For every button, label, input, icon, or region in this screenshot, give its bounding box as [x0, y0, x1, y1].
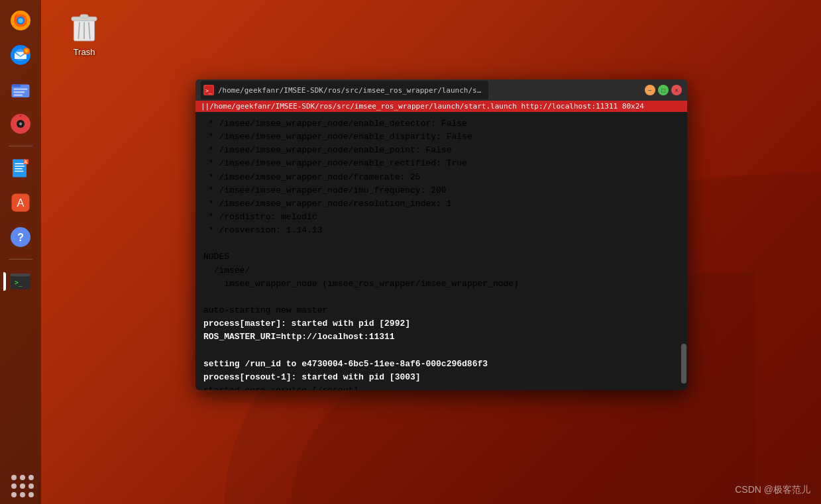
- svg-rect-11: [14, 95, 23, 96]
- terminal-scroll-area[interactable]: * /imsee/imsee_wrapper_node/enable_detec…: [195, 112, 687, 390]
- rhythmbox-icon: [9, 112, 32, 136]
- terminal-scrollbar-thumb: [681, 344, 686, 383]
- terminal-output: * /imsee/imsee_wrapper_node/enable_detec…: [203, 117, 673, 390]
- watermark: CSDN @极客范儿: [735, 484, 810, 496]
- svg-text:>_: >_: [15, 279, 23, 287]
- firefox-icon: [9, 9, 32, 32]
- taskbar-firefox[interactable]: [5, 5, 36, 36]
- taskbar-thunderbird[interactable]: [5, 40, 36, 70]
- files-icon: [9, 77, 32, 101]
- terminal-subtitle: ||/home/geekfanr/IMSEE-SDK/ros/src/imsee…: [195, 101, 687, 112]
- grid-dot: [28, 483, 34, 489]
- tab-terminal-icon: >_: [205, 86, 213, 94]
- taskbar-files[interactable]: [5, 74, 36, 105]
- taskbar-libreoffice[interactable]: A: [5, 153, 36, 183]
- grid-dot: [20, 483, 25, 489]
- thunderbird-icon: [9, 43, 32, 67]
- libreoffice-icon: A: [9, 156, 32, 180]
- svg-point-15: [20, 115, 22, 117]
- watermark-text: CSDN @极客范儿: [735, 484, 810, 495]
- terminal-tab[interactable]: >_ /home/geekfanr/IMSEE-SDK/ros/src/imse…: [201, 81, 488, 99]
- taskbar-terminal[interactable]: >_: [5, 266, 36, 297]
- taskbar-help[interactable]: ?: [5, 222, 36, 252]
- grid-dot: [20, 492, 25, 497]
- terminal-titlebar: >_ /home/geekfanr/IMSEE-SDK/ros/src/imse…: [195, 79, 687, 101]
- grid-dot: [28, 492, 34, 497]
- taskbar-rhythmbox[interactable]: [5, 109, 36, 139]
- terminal-icon: >_: [9, 270, 32, 293]
- close-button[interactable]: ×: [671, 85, 682, 95]
- trash-icon[interactable]: Trash: [64, 7, 104, 60]
- terminal-subtitle-text: ||/home/geekfanr/IMSEE-SDK/ros/src/imsee…: [201, 102, 644, 111]
- svg-rect-18: [15, 166, 25, 167]
- taskbar: A A ? >_: [0, 0, 41, 504]
- terminal-content: * /imsee/imsee_wrapper_node/enable_detec…: [195, 112, 681, 390]
- svg-rect-19: [15, 168, 23, 170]
- svg-text:>_: >_: [205, 88, 212, 94]
- taskbar-separator: [9, 146, 32, 146]
- svg-rect-32: [80, 15, 88, 18]
- svg-text:A: A: [17, 197, 24, 209]
- grid-dot: [11, 483, 17, 489]
- help-icon: ?: [9, 225, 32, 249]
- terminal-tab-icon: >_: [203, 85, 214, 95]
- show-applications-button[interactable]: [9, 472, 32, 496]
- trash-label: Trash: [74, 47, 95, 57]
- terminal-controls: − □ ×: [645, 85, 682, 95]
- grid-dot: [28, 475, 34, 480]
- svg-rect-28: [11, 274, 30, 277]
- svg-text:?: ?: [17, 231, 24, 243]
- svg-text:A: A: [24, 160, 27, 164]
- taskbar-separator-2: [9, 259, 32, 260]
- taskbar-software[interactable]: A: [5, 187, 36, 218]
- svg-rect-9: [14, 89, 28, 90]
- svg-rect-10: [14, 91, 25, 93]
- svg-rect-8: [12, 85, 21, 87]
- svg-point-14: [19, 123, 23, 126]
- trash-svg: [67, 10, 101, 44]
- software-icon: A: [9, 191, 32, 215]
- grid-dot: [11, 492, 17, 497]
- taskbar-bottom: [9, 472, 32, 496]
- svg-point-3: [18, 18, 23, 23]
- terminal-window: >_ /home/geekfanr/IMSEE-SDK/ros/src/imse…: [195, 79, 687, 390]
- grid-dot: [11, 475, 17, 480]
- terminal-tab-title: /home/geekfanr/IMSEE-SDK/ros/src/imsee_r…: [218, 86, 483, 95]
- svg-rect-20: [15, 171, 24, 172]
- svg-rect-17: [15, 164, 25, 165]
- grid-dot: [20, 475, 25, 480]
- terminal-scrollbar[interactable]: [681, 112, 687, 390]
- minimize-button[interactable]: −: [645, 85, 655, 95]
- maximize-button[interactable]: □: [658, 85, 669, 95]
